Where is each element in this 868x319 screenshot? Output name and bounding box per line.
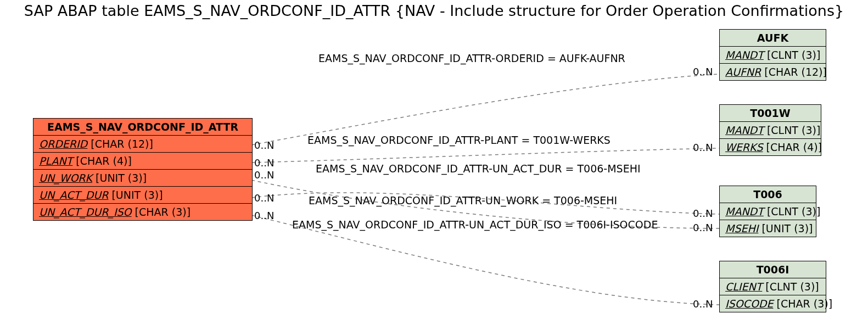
entity-field: ISOCODE [CHAR (3)] — [720, 295, 826, 312]
field-name: CLIENT — [725, 281, 762, 293]
relation-label: EAMS_S_NAV_ORDCONF_ID_ATTR-PLANT = T001W… — [307, 134, 611, 146]
cardinality-right: 0..N — [693, 222, 713, 233]
entity-source: EAMS_S_NAV_ORDCONF_ID_ATTR ORDERID [CHAR… — [33, 118, 253, 221]
relation-label: EAMS_S_NAV_ORDCONF_ID_ATTR-UN_WORK = T00… — [309, 194, 617, 206]
cardinality-right: 0..N — [693, 66, 713, 77]
entity-header: T006I — [720, 261, 826, 278]
entity-source-field: ORDERID [CHAR (12)] — [33, 136, 252, 153]
diagram-canvas: SAP ABAP table EAMS_S_NAV_ORDCONF_ID_ATT… — [0, 0, 868, 319]
entity-source-header: EAMS_S_NAV_ORDCONF_ID_ATTR — [33, 119, 252, 136]
field-type: [CHAR (3)] — [135, 206, 191, 218]
field-type: [CLNT (3)] — [767, 124, 820, 136]
entity-source-field: UN_WORK [UNIT (3)] — [33, 170, 252, 187]
relation-label: EAMS_S_NAV_ORDCONF_ID_ATTR-UN_ACT_DUR_IS… — [292, 219, 658, 231]
field-type: [CHAR (12)] — [91, 138, 153, 150]
entity-source-field: UN_ACT_DUR [UNIT (3)] — [33, 187, 252, 204]
entity-field: AUFNR [CHAR (12)] — [720, 64, 826, 80]
field-type: [UNIT (3)] — [111, 189, 163, 201]
entity-source-field: PLANT [CHAR (4)] — [33, 153, 252, 170]
field-name: UN_ACT_DUR — [39, 189, 108, 201]
field-name: ORDERID — [39, 138, 87, 150]
field-name: MANDT — [725, 205, 764, 217]
field-type: [CLNT (3)] — [767, 205, 820, 217]
field-name: MANDT — [725, 49, 764, 61]
field-type: [CHAR (3)] — [777, 298, 833, 310]
entity-field: WERKS [CHAR (4)] — [720, 139, 821, 155]
entity-source-field: UN_ACT_DUR_ISO [CHAR (3)] — [33, 204, 252, 220]
page-title: SAP ABAP table EAMS_S_NAV_ORDCONF_ID_ATT… — [0, 2, 868, 19]
field-name: AUFNR — [725, 66, 761, 78]
field-type: [CHAR (4)] — [766, 141, 822, 153]
cardinality-left: 0..N — [254, 157, 274, 169]
field-name: WERKS — [725, 141, 763, 153]
entity-t006: T006 MANDT [CLNT (3)] MSEHI [UNIT (3)] — [719, 186, 816, 237]
entity-header: T001W — [720, 105, 821, 122]
field-type: [UNIT (3)] — [96, 172, 147, 184]
field-type: [CLNT (3)] — [767, 49, 820, 61]
entity-field: MANDT [CLNT (3)] — [720, 122, 821, 139]
field-type: [CLNT (3)] — [765, 281, 819, 293]
entity-aufk: AUFK MANDT [CLNT (3)] AUFNR [CHAR (12)] — [719, 29, 826, 81]
entity-header: T006 — [720, 186, 816, 203]
field-name: MANDT — [725, 124, 764, 136]
entity-field: MSEHI [UNIT (3)] — [720, 220, 816, 237]
cardinality-right: 0..N — [693, 142, 713, 153]
relation-label: EAMS_S_NAV_ORDCONF_ID_ATTR-ORDERID = AUF… — [318, 52, 625, 64]
field-type: [CHAR (4)] — [76, 155, 132, 167]
field-name: MSEHI — [725, 222, 758, 234]
field-name: PLANT — [39, 155, 72, 167]
cardinality-right: 0..N — [693, 298, 713, 310]
entity-field: CLIENT [CLNT (3)] — [720, 278, 826, 295]
field-type: [CHAR (12)] — [764, 66, 827, 78]
field-name: UN_WORK — [39, 172, 92, 184]
field-name: ISOCODE — [725, 298, 773, 310]
cardinality-left: 0..N — [254, 139, 274, 151]
entity-field: MANDT [CLNT (3)] — [720, 47, 826, 64]
field-type: [UNIT (3)] — [761, 222, 813, 234]
cardinality-left: 0..N — [254, 169, 274, 181]
cardinality-left: 0..N — [254, 192, 274, 204]
entity-t001w: T001W MANDT [CLNT (3)] WERKS [CHAR (4)] — [719, 104, 821, 156]
relation-label: EAMS_S_NAV_ORDCONF_ID_ATTR-UN_ACT_DUR = … — [316, 163, 641, 175]
cardinality-right: 0..N — [693, 208, 713, 219]
entity-field: MANDT [CLNT (3)] — [720, 203, 816, 220]
entity-t006i: T006I CLIENT [CLNT (3)] ISOCODE [CHAR (3… — [719, 261, 826, 312]
entity-header: AUFK — [720, 30, 826, 47]
field-name: UN_ACT_DUR_ISO — [39, 206, 132, 218]
cardinality-left: 0..N — [254, 210, 274, 221]
